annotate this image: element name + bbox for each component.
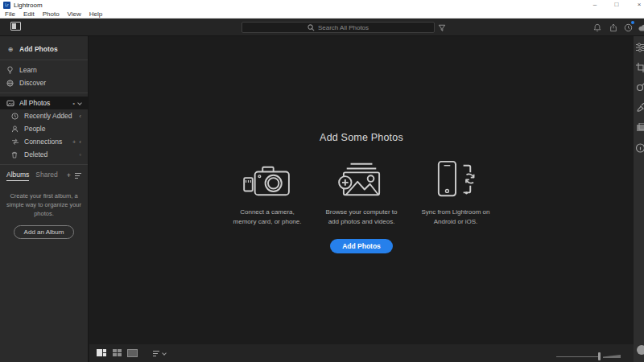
share-button[interactable] <box>607 22 620 34</box>
empty-state: Add Some Photos Conne <box>225 132 498 253</box>
add-photos-button[interactable]: Add Photos <box>330 239 393 253</box>
sidebar-item-all-photos[interactable]: All Photos • <box>0 97 88 109</box>
add-an-album-button[interactable]: Add an Album <box>14 225 75 239</box>
sidebar-item-recently-added[interactable]: Recently Added ‹ <box>0 109 88 122</box>
photo-icon <box>6 100 14 107</box>
menu-view[interactable]: View <box>68 10 81 18</box>
detail-view-button[interactable] <box>127 349 138 357</box>
slider-handle[interactable] <box>598 352 601 360</box>
window-title: Lightroom <box>14 2 43 9</box>
notifications-button[interactable] <box>591 22 604 34</box>
divider <box>0 93 88 93</box>
slider-track <box>556 356 598 357</box>
person-icon <box>11 125 19 133</box>
lightbulb-icon <box>6 66 14 74</box>
slider-wedge <box>603 355 621 358</box>
add-circle-icon: ⊕ <box>6 46 14 53</box>
sidebar-item-discover[interactable]: Discover <box>0 76 88 89</box>
sync-status-button[interactable] <box>621 22 634 34</box>
lightroom-window: Lr Lightroom – □ × File Edit Photo View … <box>0 0 644 362</box>
option-connect-camera: Connect a camera, memory card, or phone. <box>225 158 310 225</box>
menubar: File Edit Photo View Help <box>0 10 644 19</box>
sort-lines-icon <box>153 351 159 356</box>
sort-albums-icon[interactable] <box>75 173 81 179</box>
menu-file[interactable]: File <box>5 10 15 18</box>
clock-icon <box>11 113 19 120</box>
crop-icon[interactable] <box>636 63 644 72</box>
thumbnail-size-slider[interactable] <box>556 352 621 360</box>
albums-tabs: Albums Shared + <box>0 168 88 181</box>
chevron-down-icon <box>162 351 167 356</box>
minimize-button[interactable]: – <box>584 0 605 10</box>
sidebar-item-connections[interactable]: Connections +‹ <box>0 135 88 148</box>
sidebar-item-people[interactable]: People <box>0 122 88 135</box>
option-caption: Browse your computer to add photos and v… <box>324 208 399 225</box>
titlebar: Lr Lightroom – □ × <box>0 0 644 10</box>
chevron-icon: ‹ <box>79 113 81 120</box>
bottom-toolbar <box>89 344 634 362</box>
tab-shared[interactable]: Shared <box>35 171 57 180</box>
phone-sync-icon <box>414 158 498 200</box>
status-circle-icon: ◦ <box>79 151 81 158</box>
bell-icon <box>593 23 601 32</box>
sort-order-button[interactable] <box>153 351 166 356</box>
albums-empty-hint: Create your first album, a simple way to… <box>6 192 81 219</box>
empty-state-heading: Add Some Photos <box>225 132 498 143</box>
rail-bottom-button[interactable] <box>637 345 644 355</box>
cloud-sync-icon <box>624 23 633 32</box>
tab-albums[interactable]: Albums <box>6 171 29 181</box>
share-icon <box>609 23 617 32</box>
camera-icon <box>225 158 310 200</box>
main-content: Add Some Photos Conne <box>89 36 634 344</box>
search-input[interactable]: Search All Photos <box>242 22 435 33</box>
option-sync-mobile: Sync from Lightroom on Android or iOS. <box>414 158 498 225</box>
my-photos-panel-toggle-icon[interactable] <box>10 22 21 31</box>
right-tool-rail <box>634 36 644 362</box>
menu-help[interactable]: Help <box>89 10 102 18</box>
close-button[interactable]: × <box>629 0 644 10</box>
menu-photo[interactable]: Photo <box>43 10 60 18</box>
search-placeholder: Search All Photos <box>318 24 369 31</box>
option-caption: Connect a camera, memory card, or phone. <box>230 208 305 225</box>
browse-photos-icon <box>320 158 404 200</box>
filter-funnel-icon <box>438 24 446 32</box>
sync-notification-dot <box>631 21 634 24</box>
sidebar-item-deleted[interactable]: Deleted ◦ <box>0 148 88 161</box>
lightroom-logo-icon: Lr <box>3 2 10 9</box>
top-toolbar: Search All Photos <box>0 19 644 36</box>
healing-brush-icon[interactable] <box>636 83 644 93</box>
menu-edit[interactable]: Edit <box>23 10 35 18</box>
connections-icon <box>11 138 19 145</box>
divider <box>0 60 88 60</box>
versions-icon[interactable] <box>636 123 644 133</box>
account-button[interactable] <box>638 22 644 34</box>
masking-brush-icon[interactable] <box>636 103 644 113</box>
filter-button[interactable] <box>436 22 448 34</box>
square-grid-view-button[interactable] <box>113 349 122 357</box>
photo-grid-view-button[interactable] <box>97 349 107 357</box>
edit-sliders-icon[interactable] <box>636 43 644 52</box>
chevron-icon: ‹ <box>79 138 81 146</box>
sidebar-item-learn[interactable]: Learn <box>0 64 88 76</box>
info-icon[interactable] <box>636 143 644 153</box>
option-browse-computer: Browse your computer to add photos and v… <box>320 158 404 225</box>
maximize-button[interactable]: □ <box>606 0 627 10</box>
chevron-down-icon <box>77 101 82 105</box>
add-photos-sidebar-button[interactable]: ⊕ Add Photos <box>0 42 88 56</box>
cloud-icon <box>638 24 644 32</box>
add-album-icon[interactable]: + <box>67 171 71 179</box>
divider <box>0 164 88 165</box>
discover-globe-icon <box>6 80 14 87</box>
sync-dot-icon: • <box>72 100 75 107</box>
option-caption: Sync from Lightroom on Android or iOS. <box>419 208 493 225</box>
trash-icon <box>11 151 19 158</box>
search-icon <box>308 24 315 31</box>
left-sidebar: ⊕ Add Photos Learn Discover All Photos •… <box>0 36 89 362</box>
add-connection-icon[interactable]: + <box>72 138 76 146</box>
